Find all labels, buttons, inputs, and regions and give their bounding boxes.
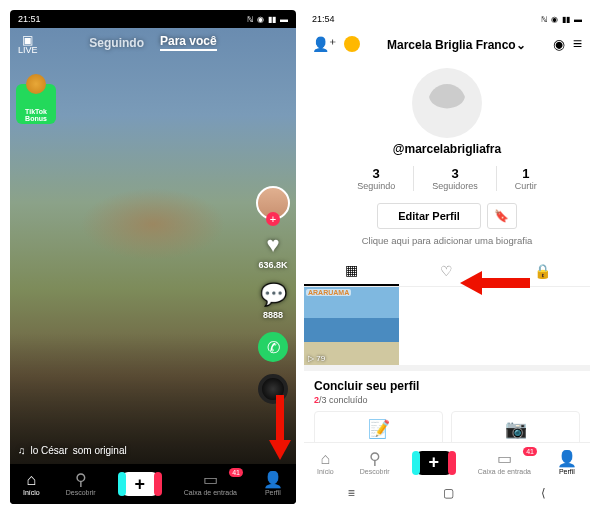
tab-following[interactable]: Seguindo bbox=[89, 36, 144, 50]
stat-likes[interactable]: 1 Curtir bbox=[497, 166, 555, 191]
caption[interactable]: ♫ lo César som original bbox=[18, 445, 127, 456]
stat-l: Seguindo bbox=[357, 181, 395, 191]
plus-icon: + bbox=[134, 474, 145, 495]
home-icon: ⌂ bbox=[27, 472, 37, 488]
menu-icon[interactable]: ≡ bbox=[573, 35, 582, 53]
nav-create[interactable]: + bbox=[416, 451, 452, 475]
complete-progress: 2/3 concluído bbox=[314, 395, 580, 405]
annotation-arrow-right bbox=[460, 268, 530, 298]
tab-grid[interactable]: ▦ bbox=[304, 256, 399, 286]
nav-profile[interactable]: 👤 Perfil bbox=[263, 472, 283, 496]
account-switcher[interactable]: Marcela Briglia Franco⌄ bbox=[387, 38, 526, 52]
inbox-badge: 41 bbox=[523, 447, 537, 456]
share-whatsapp[interactable]: ✆ bbox=[258, 332, 288, 362]
profile-handle: @marcelabrigliafra bbox=[304, 142, 590, 156]
sys-back-icon[interactable]: ⟨ bbox=[541, 486, 546, 500]
profile-avatar[interactable] bbox=[412, 68, 482, 138]
nav-inbox-label: Caixa de entrada bbox=[478, 468, 531, 475]
caption-user: lo César bbox=[31, 445, 68, 456]
inbox-icon: ▭ bbox=[203, 472, 218, 488]
stat-followers[interactable]: 3 Seguidores bbox=[414, 166, 497, 191]
battery-icon: ▬ bbox=[574, 15, 582, 24]
stat-n: 3 bbox=[357, 166, 395, 181]
sys-home-icon[interactable]: ▢ bbox=[443, 486, 454, 500]
status-icons: ℕ ◉ ▮▮ ▬ bbox=[247, 15, 288, 24]
bottom-nav: ⌂ Início ⚲ Descobrir + ▭ 41 Caixa de ent… bbox=[10, 464, 296, 504]
video-thumb-empty bbox=[399, 287, 494, 365]
nav-discover[interactable]: ⚲ Descobrir bbox=[66, 472, 96, 496]
comment-icon: 💬 bbox=[260, 282, 287, 308]
thumb-location: ARARUAMA bbox=[306, 289, 351, 296]
sys-recent-icon[interactable]: ≡ bbox=[348, 486, 355, 500]
caption-sound: som original bbox=[73, 445, 127, 456]
profile-stats: 3 Seguindo 3 Seguidores 1 Curtir bbox=[304, 166, 590, 191]
status-bar: 21:54 ℕ ◉ ▮▮ ▬ bbox=[304, 10, 590, 28]
annotation-arrow-left bbox=[265, 395, 295, 465]
video-feed[interactable]: ▣ LIVE Seguindo Para você TikTok Bonus ♥… bbox=[10, 28, 296, 464]
inbox-icon: ▭ bbox=[497, 451, 512, 467]
profile-header: 👤⁺ Marcela Briglia Franco⌄ ◉ ≡ bbox=[304, 28, 590, 60]
account-name: Marcela Briglia Franco bbox=[387, 38, 516, 52]
profile-tabs: ▦ ♡ 🔒 bbox=[304, 256, 590, 287]
signal-icon: ▮▮ bbox=[562, 15, 570, 24]
tab-for-you[interactable]: Para você bbox=[160, 34, 217, 51]
thumb-views: ▷ 79 bbox=[308, 354, 325, 363]
nav-inbox[interactable]: ▭ 41 Caixa de entrada bbox=[478, 451, 531, 475]
pencil-icon: 📝 bbox=[319, 418, 438, 440]
nfc-icon: ℕ bbox=[541, 15, 547, 24]
nav-home[interactable]: ⌂ Início bbox=[23, 472, 40, 496]
like-action[interactable]: ♥ 636.8K bbox=[258, 232, 287, 270]
complete-title: Concluir seu perfil bbox=[314, 379, 580, 393]
feed-sidebar: ♥ 636.8K 💬 8888 ✆ bbox=[256, 186, 290, 404]
nav-home-label: Início bbox=[317, 468, 334, 475]
bookmark-button[interactable]: 🔖 bbox=[487, 203, 517, 229]
coin-icon[interactable] bbox=[344, 36, 360, 52]
author-avatar[interactable] bbox=[256, 186, 290, 220]
chevron-down-icon: ⌄ bbox=[516, 38, 526, 52]
nav-home[interactable]: ⌂ Início bbox=[317, 451, 334, 475]
nav-profile[interactable]: 👤 Perfil bbox=[557, 451, 577, 475]
battery-icon: ▬ bbox=[280, 15, 288, 24]
nav-discover[interactable]: ⚲ Descobrir bbox=[360, 451, 390, 475]
comment-action[interactable]: 💬 8888 bbox=[260, 282, 287, 320]
nav-inbox[interactable]: ▭ 41 Caixa de entrada bbox=[184, 472, 237, 496]
nav-discover-label: Descobrir bbox=[360, 468, 390, 475]
status-bar: 21:51 ℕ ◉ ▮▮ ▬ bbox=[10, 10, 296, 28]
bonus-badge[interactable]: TikTok Bonus bbox=[16, 84, 56, 124]
nfc-icon: ℕ bbox=[247, 15, 253, 24]
stat-l: Seguidores bbox=[432, 181, 478, 191]
video-thumb-empty bbox=[495, 287, 590, 365]
feed-tabs: Seguindo Para você bbox=[10, 34, 296, 51]
video-thumb[interactable]: ARARUAMA ▷ 79 bbox=[304, 287, 399, 365]
eye-icon[interactable]: ◉ bbox=[553, 36, 565, 52]
edit-profile-button[interactable]: Editar Perfil bbox=[377, 203, 481, 229]
bookmark-icon: 🔖 bbox=[494, 209, 509, 223]
add-friend-icon[interactable]: 👤⁺ bbox=[312, 36, 336, 52]
plus-icon: + bbox=[428, 452, 439, 473]
status-time: 21:54 bbox=[312, 14, 335, 24]
nav-discover-label: Descobrir bbox=[66, 489, 96, 496]
edit-row: Editar Perfil 🔖 bbox=[304, 203, 590, 229]
video-grid: ARARUAMA ▷ 79 bbox=[304, 287, 590, 365]
signal-icon: ▮▮ bbox=[268, 15, 276, 24]
comment-count: 8888 bbox=[263, 310, 283, 320]
bonus-l2: Bonus bbox=[25, 115, 47, 122]
inbox-badge: 41 bbox=[229, 468, 243, 477]
status-time: 21:51 bbox=[18, 14, 41, 24]
phone-profile: 21:54 ℕ ◉ ▮▮ ▬ 👤⁺ Marcela Briglia Franco… bbox=[304, 10, 590, 504]
grid-icon: ▦ bbox=[345, 262, 358, 278]
nav-create[interactable]: + bbox=[122, 472, 158, 496]
phone-feed: 21:51 ℕ ◉ ▮▮ ▬ ▣ LIVE Seguindo Para você… bbox=[10, 10, 296, 504]
status-icons: ℕ ◉ ▮▮ ▬ bbox=[541, 15, 582, 24]
music-icon: ♫ bbox=[18, 445, 26, 456]
stat-following[interactable]: 3 Seguindo bbox=[339, 166, 414, 191]
stat-l: Curtir bbox=[515, 181, 537, 191]
search-icon: ⚲ bbox=[369, 451, 381, 467]
bio-hint[interactable]: Clique aqui para adicionar uma biografia bbox=[304, 235, 590, 246]
wifi-icon: ◉ bbox=[257, 15, 264, 24]
heart-icon: ♥ bbox=[266, 232, 279, 258]
heart-outline-icon: ♡ bbox=[440, 263, 453, 279]
bottom-nav: ⌂ Início ⚲ Descobrir + ▭ 41 Caixa de ent… bbox=[304, 442, 590, 482]
nav-profile-label: Perfil bbox=[265, 489, 281, 496]
profile-icon: 👤 bbox=[263, 472, 283, 488]
